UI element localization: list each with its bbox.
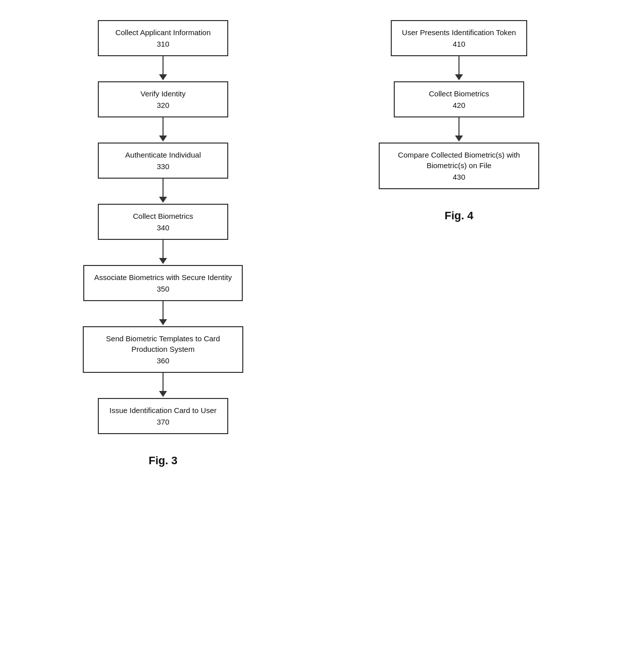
step-410-number: 410 (402, 39, 516, 49)
fig3-label: Fig. 3 (148, 454, 177, 467)
step-310: Collect Applicant Information 310 (98, 20, 228, 56)
step-310-number: 310 (109, 39, 217, 49)
fig3-flowchart: Collect Applicant Information 310 Verify… (83, 20, 243, 434)
step-370: Issue Identification Card to User 370 (98, 398, 228, 434)
step-310-label: Collect Applicant Information (109, 27, 217, 38)
arrow-350-360 (159, 301, 167, 326)
step-320: Verify Identity 320 (98, 81, 228, 117)
arrow-330-340 (159, 179, 167, 204)
step-320-number: 320 (109, 100, 217, 110)
step-330-label: Authenticate Individual (109, 150, 217, 160)
arrow-410-420 (455, 56, 463, 81)
step-340: Collect Biometrics 340 (98, 204, 228, 240)
step-430-number: 430 (390, 172, 528, 182)
step-410-label: User Presents Identification Token (402, 27, 516, 38)
step-350-number: 350 (94, 284, 232, 294)
step-360-number: 360 (94, 355, 232, 366)
step-360-label: Send Biometric Templates to Card Product… (94, 333, 232, 354)
step-370-number: 370 (109, 417, 217, 427)
step-430-label: Compare Collected Biometric(s) with Biom… (390, 150, 528, 171)
fig4-diagram: User Presents Identification Token 410 C… (326, 20, 592, 222)
arrow-360-370 (159, 373, 167, 398)
step-350: Associate Biometrics with Secure Identit… (83, 265, 243, 301)
step-420-number: 420 (405, 100, 513, 110)
step-410: User Presents Identification Token 410 (391, 20, 527, 56)
step-420-label: Collect Biometrics (405, 88, 513, 99)
arrow-340-350 (159, 240, 167, 265)
step-330-number: 330 (109, 161, 217, 172)
step-430: Compare Collected Biometric(s) with Biom… (379, 143, 539, 189)
arrow-310-320 (159, 56, 167, 81)
step-330: Authenticate Individual 330 (98, 143, 228, 179)
arrow-420-430 (455, 117, 463, 143)
fig4-label: Fig. 4 (444, 209, 473, 222)
step-360: Send Biometric Templates to Card Product… (83, 326, 243, 373)
step-340-label: Collect Biometrics (109, 211, 217, 221)
step-320-label: Verify Identity (109, 88, 217, 99)
fig3-diagram: Collect Applicant Information 310 Verify… (30, 20, 296, 467)
step-370-label: Issue Identification Card to User (109, 405, 217, 416)
step-340-number: 340 (109, 222, 217, 233)
step-420: Collect Biometrics 420 (394, 81, 524, 117)
arrow-320-330 (159, 117, 167, 143)
diagrams-container: Collect Applicant Information 310 Verify… (30, 20, 592, 467)
step-350-label: Associate Biometrics with Secure Identit… (94, 272, 232, 283)
fig4-flowchart: User Presents Identification Token 410 C… (379, 20, 539, 189)
